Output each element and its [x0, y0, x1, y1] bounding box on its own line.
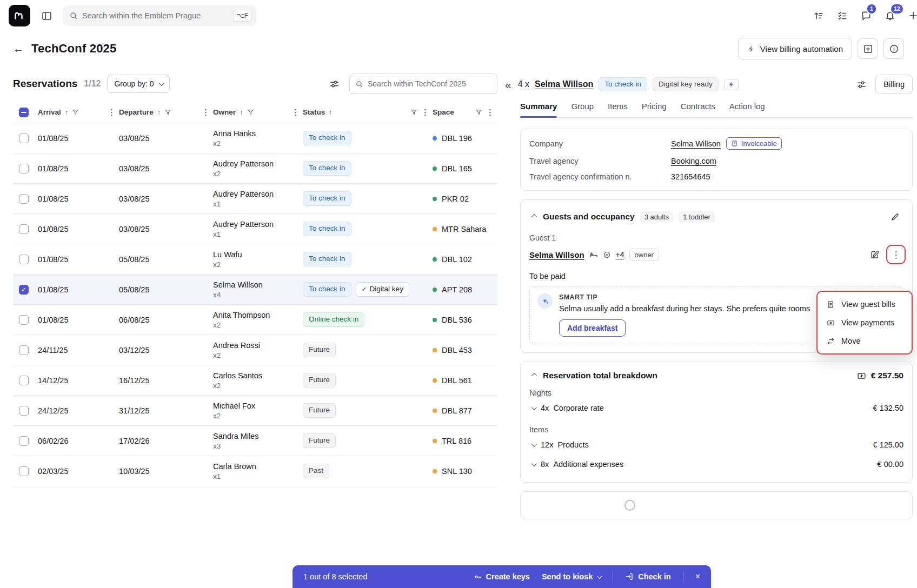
filter-icon[interactable]	[247, 109, 254, 116]
table-row[interactable]: ✓01/08/2505/08/25Selma Willsonx4To check…	[13, 275, 497, 305]
guest-actions-menu: View guest bills View payments Move	[816, 291, 913, 355]
table-row[interactable]: 01/08/2503/08/25Anna Hanksx2To check inD…	[13, 123, 497, 153]
row-checkbox[interactable]	[19, 255, 29, 264]
sort-asc-icon[interactable]: ↑	[240, 108, 243, 116]
row-checkbox[interactable]	[19, 466, 29, 476]
collapse-section-icon[interactable]	[529, 370, 537, 381]
sort-asc-icon[interactable]: ↑	[65, 108, 69, 116]
add-icon[interactable]	[905, 7, 917, 24]
adults-badge: 3 adults	[640, 211, 674, 223]
travel-agency-label: Travel agency	[529, 157, 671, 165]
detail-settings-sliders-icon[interactable]	[853, 76, 870, 93]
arrival-cell: 01/08/25	[38, 195, 119, 203]
collapse-section-icon[interactable]	[529, 211, 537, 222]
automation-lightning-icon[interactable]	[724, 79, 739, 90]
global-search-input[interactable]	[82, 11, 229, 20]
filter-icon[interactable]	[72, 109, 79, 116]
column-menu-icon[interactable]: ⋮	[202, 108, 210, 117]
menu-item-view-payments[interactable]: View payments	[821, 313, 908, 332]
filter-icon[interactable]	[410, 109, 417, 116]
row-checkbox[interactable]	[19, 406, 29, 416]
guest-actions-kebab-icon[interactable]: ⋮	[888, 247, 903, 262]
tasks-icon[interactable]	[834, 7, 851, 24]
table-row[interactable]: 01/08/2506/08/25Anita Thompsonx2Online c…	[13, 305, 497, 335]
table-row[interactable]: 02/03/2510/03/25Carla Brownx1PastSNL 130	[13, 456, 497, 486]
global-search[interactable]: ⌥F	[63, 5, 256, 26]
company-value-link[interactable]: Selma Willson	[671, 139, 721, 148]
billing-button[interactable]: Billing	[875, 75, 913, 94]
tab-pricing[interactable]: Pricing	[642, 102, 667, 117]
add-widget-icon[interactable]	[858, 38, 878, 59]
table-row[interactable]: 01/08/2503/08/25Audrey Pattersonx1To che…	[13, 214, 497, 244]
row-checkbox[interactable]: ✓	[19, 285, 29, 295]
menu-item-view-guest-bills[interactable]: View guest bills	[821, 295, 908, 313]
info-icon[interactable]	[883, 38, 904, 59]
owner-cell: Anita Thompsonx2	[213, 311, 303, 329]
table-row[interactable]: 24/11/2503/12/25Andrea Rossix2FutureDBL …	[13, 335, 497, 365]
table-row[interactable]: 01/08/2503/08/25Audrey Pattersonx1To che…	[13, 184, 497, 214]
row-checkbox[interactable]	[19, 436, 29, 446]
reservations-search-input[interactable]	[368, 79, 491, 88]
row-checkbox[interactable]	[19, 224, 29, 234]
breakdown-row[interactable]: 8x Additional expenses€ 00.00	[529, 455, 903, 474]
table-row[interactable]: 24/12/2531/12/25Michael Foxx2FutureDBL 8…	[13, 396, 497, 426]
tab-contracts[interactable]: Contracts	[681, 102, 715, 117]
tab-group[interactable]: Group	[571, 102, 594, 117]
table-row[interactable]: 06/02/2617/02/26Sandra Milesx3FutureTRL …	[13, 426, 497, 456]
group-by-dropdown[interactable]: Group by: 0	[107, 75, 169, 93]
smart-tip-icon	[537, 293, 553, 309]
row-checkbox[interactable]	[19, 345, 29, 355]
tab-summary[interactable]: Summary	[520, 102, 557, 117]
guest-name-link[interactable]: Selma Willson	[535, 79, 593, 89]
messages-icon[interactable]: 1	[858, 7, 875, 24]
departure-cell: 05/08/25	[119, 285, 213, 294]
key-icon	[474, 573, 482, 581]
tab-items[interactable]: Items	[608, 102, 628, 117]
breakdown-row[interactable]: 4x Corporate rate€ 132.50	[529, 398, 903, 418]
row-checkbox[interactable]	[19, 194, 29, 204]
column-menu-icon[interactable]: ⋮	[486, 108, 494, 117]
edit-icon[interactable]	[886, 208, 903, 225]
close-icon[interactable]: ×	[695, 572, 700, 582]
filter-sliders-icon[interactable]	[325, 75, 343, 92]
departure-cell: 31/12/25	[119, 406, 213, 415]
back-icon[interactable]: ←	[13, 43, 24, 54]
to-be-paid-label: To be paid	[529, 272, 903, 280]
column-menu-icon[interactable]: ⋮	[291, 108, 300, 117]
page-header: ← TechConf 2025 View billing automation	[0, 31, 917, 67]
mews-logo[interactable]	[9, 5, 30, 26]
create-keys-button[interactable]: Create keys	[474, 572, 530, 581]
column-menu-icon[interactable]: ⋮	[421, 108, 429, 117]
row-checkbox[interactable]	[19, 376, 29, 385]
row-checkbox[interactable]	[19, 164, 29, 173]
menu-item-move[interactable]: Move	[821, 332, 908, 350]
travel-agency-link[interactable]: Booking.com	[671, 157, 716, 165]
column-menu-icon[interactable]: ⋮	[108, 108, 116, 117]
filter-icon[interactable]	[164, 109, 171, 116]
send-to-kiosk-button[interactable]: Send to kiosk	[542, 572, 601, 581]
tab-action-log[interactable]: Action log	[729, 102, 765, 117]
table-row[interactable]: 01/08/2503/08/25Audrey Pattersonx2To che…	[13, 153, 497, 184]
arrival-cell: 02/03/25	[38, 467, 119, 476]
notifications-icon[interactable]: 12	[881, 7, 899, 24]
sort-order-icon[interactable]	[810, 7, 827, 24]
view-billing-automation-button[interactable]: View billing automation	[738, 38, 852, 59]
table-row[interactable]: 14/12/2516/12/25Carlos Santosx2FutureDBL…	[13, 365, 497, 396]
select-all-checkbox[interactable]	[19, 108, 29, 117]
edit-note-icon[interactable]	[866, 246, 883, 263]
row-checkbox[interactable]	[19, 315, 29, 325]
sort-asc-icon[interactable]: ↑	[157, 108, 161, 116]
reservations-search[interactable]	[349, 74, 497, 94]
check-in-button[interactable]: Check in	[625, 572, 670, 581]
sort-asc-icon[interactable]: ↑	[329, 108, 333, 116]
row-checkbox[interactable]	[19, 133, 29, 143]
table-row[interactable]: 01/08/2505/08/25Lu Wafux2To check inDBL …	[13, 244, 497, 275]
add-breakfast-button[interactable]: Add breakfast	[559, 319, 626, 337]
collapse-panel-icon[interactable]: «	[504, 79, 513, 90]
invoiceable-badge[interactable]: Invoiceable	[726, 137, 782, 150]
extra-guests-link[interactable]: +4	[616, 250, 624, 259]
guest-name-link[interactable]: Selma Willson	[529, 250, 584, 259]
sidebar-toggle-icon[interactable]	[38, 7, 55, 24]
breakdown-row[interactable]: 12x Products€ 125.00	[529, 435, 903, 455]
filter-icon[interactable]	[475, 109, 482, 116]
